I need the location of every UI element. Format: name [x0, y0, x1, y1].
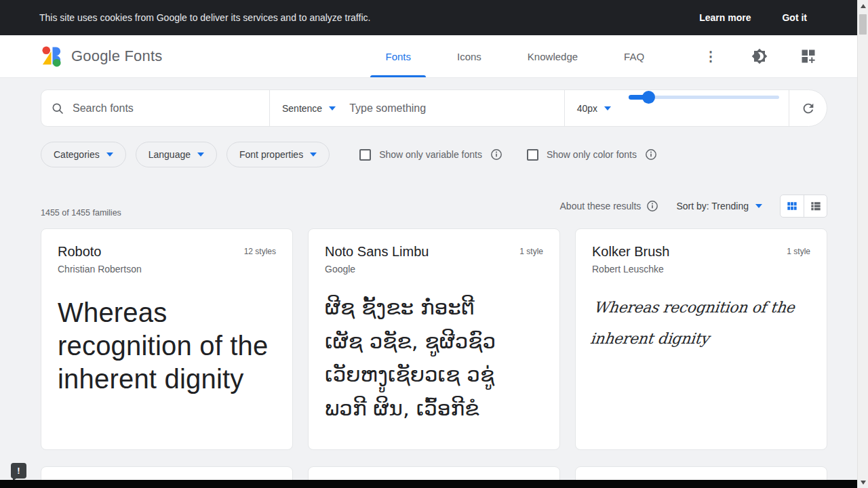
about-label: About these results: [560, 201, 642, 211]
font-properties-filter-chip[interactable]: Font properties: [226, 142, 330, 167]
font-name: Noto Sans Limbu: [325, 244, 429, 260]
search-input[interactable]: [73, 102, 258, 115]
results-bar: 1455 of 1455 families About these result…: [0, 167, 868, 227]
font-name: Kolker Brush: [592, 244, 670, 260]
color-fonts-checkbox[interactable]: [527, 149, 538, 161]
primary-nav: Fonts Icons Knowledge FAQ: [362, 35, 667, 77]
sort-by-dropdown[interactable]: Sort by: Trending: [676, 201, 762, 211]
styles-count: 12 styles: [244, 244, 276, 256]
styles-count: 1 style: [519, 244, 543, 256]
variable-fonts-checkbox[interactable]: [359, 149, 371, 161]
results-count: 1455 of 1455 families: [41, 208, 121, 218]
info-icon[interactable]: [645, 148, 657, 161]
font-designer: Google: [325, 264, 543, 274]
font-preview-text: Whereas recognition of the inherent dign…: [58, 296, 276, 395]
categories-filter-chip[interactable]: Categories: [41, 142, 126, 167]
font-name: Roboto: [58, 244, 102, 260]
font-grid: Roboto 12 styles Christian Robertson Whe…: [0, 227, 868, 450]
chevron-down-icon: [106, 152, 113, 157]
learn-more-button[interactable]: Learn more: [699, 12, 751, 23]
color-fonts-checkbox-row: Show only color fonts: [527, 148, 657, 161]
refresh-icon: [801, 101, 816, 116]
chevron-down-icon: [310, 152, 317, 157]
sort-label: Sort by: Trending: [676, 201, 749, 211]
filters-row: Categories Language Font properties Show…: [0, 127, 868, 167]
font-preview-text: Whereas recognition of the inherent dign…: [589, 292, 814, 354]
font-card-kolker-brush[interactable]: Kolker Brush 1 style Robert Leuschke Whe…: [575, 228, 827, 450]
variable-fonts-label: Show only variable fonts: [379, 149, 482, 160]
styles-count: 1 style: [787, 244, 810, 256]
tab-fonts[interactable]: Fonts: [362, 35, 434, 77]
page-scrollbar[interactable]: [857, 0, 868, 488]
tab-icons[interactable]: Icons: [434, 35, 505, 77]
list-view-button[interactable]: [804, 195, 827, 217]
chip-label: Categories: [54, 149, 100, 160]
font-designer: Christian Robertson: [58, 264, 276, 274]
google-fonts-logo-icon: [41, 45, 63, 68]
variable-fonts-checkbox-row: Show only variable fonts: [359, 148, 502, 161]
feedback-button[interactable]: !: [11, 463, 26, 479]
reset-preview-button[interactable]: [789, 90, 827, 126]
font-size-value: 40px: [577, 103, 597, 114]
chevron-down-icon: [197, 152, 204, 157]
chip-label: Language: [149, 149, 191, 160]
limbu-preview-line: ພວກີ ຜິນ, ເວົ້ອກີຂໍ: [325, 392, 543, 426]
tab-faq[interactable]: FAQ: [601, 35, 667, 77]
search-icon: [51, 102, 64, 115]
preview-mode-dropdown[interactable]: Sentence: [270, 90, 342, 126]
selected-families-icon[interactable]: [800, 48, 816, 64]
chevron-down-icon: [604, 106, 611, 110]
font-size-slider[interactable]: [629, 90, 779, 104]
slider-thumb[interactable]: [642, 91, 655, 104]
preview-text-input[interactable]: [349, 102, 557, 115]
bottom-bar: [0, 480, 857, 488]
info-icon[interactable]: [490, 148, 502, 161]
cookie-banner: This site uses cookies from Google to de…: [0, 0, 868, 35]
language-filter-chip[interactable]: Language: [136, 142, 217, 167]
preview-mode-value: Sentence: [282, 103, 322, 114]
font-card-roboto[interactable]: Roboto 12 styles Christian Robertson Whe…: [41, 228, 293, 450]
about-these-results[interactable]: About these results: [560, 200, 659, 212]
limbu-preview-line: ເວັຍຫງູເຊັຍວເຊ ວຊູ່: [325, 358, 543, 392]
limbu-preview-line: ເຜັຊ ວຊັຂ, ຊູຜີວຊົວ: [325, 325, 543, 359]
scrollbar-thumb[interactable]: [859, 14, 867, 35]
google-fonts-logo[interactable]: Google Fonts: [41, 45, 162, 68]
theme-toggle-icon[interactable]: [751, 48, 768, 64]
app-header: Google Fonts Fonts Icons Knowledge FAQ ⋮: [0, 35, 868, 78]
font-designer: Robert Leuschke: [592, 264, 810, 274]
scroll-up-arrow-icon[interactable]: [861, 4, 866, 8]
color-fonts-label: Show only color fonts: [547, 149, 637, 160]
scroll-down-arrow-icon[interactable]: [861, 481, 866, 485]
more-menu-icon[interactable]: ⋮: [703, 48, 719, 64]
font-card-noto-sans-limbu[interactable]: Noto Sans Limbu 1 style Google ຜີຊ ຊັ້ງຂ…: [308, 228, 560, 450]
logo-text: Google Fonts: [71, 47, 162, 65]
got-it-button[interactable]: Got it: [782, 12, 807, 23]
chip-label: Font properties: [239, 149, 303, 160]
info-icon: [646, 200, 658, 212]
grid-view-button[interactable]: [781, 195, 804, 217]
search-toolbar: Sentence 40px: [41, 89, 827, 127]
font-preview-limbu-script: ຜີຊ ຊັ້ງຂະ ກໍ່ອະຕີ ເຜັຊ ວຊັຂ, ຊູຜີວຊົວ ເ…: [325, 291, 543, 425]
cookie-message: This site uses cookies from Google to de…: [39, 12, 370, 23]
chevron-down-icon: [329, 106, 336, 110]
view-toggle: [780, 195, 827, 218]
limbu-preview-line: ຜີຊ ຊັ້ງຂະ ກໍ່ອະຕີ: [325, 291, 543, 325]
chevron-down-icon: [755, 204, 762, 208]
tab-knowledge[interactable]: Knowledge: [505, 35, 601, 77]
font-size-dropdown[interactable]: 40px: [565, 90, 619, 126]
